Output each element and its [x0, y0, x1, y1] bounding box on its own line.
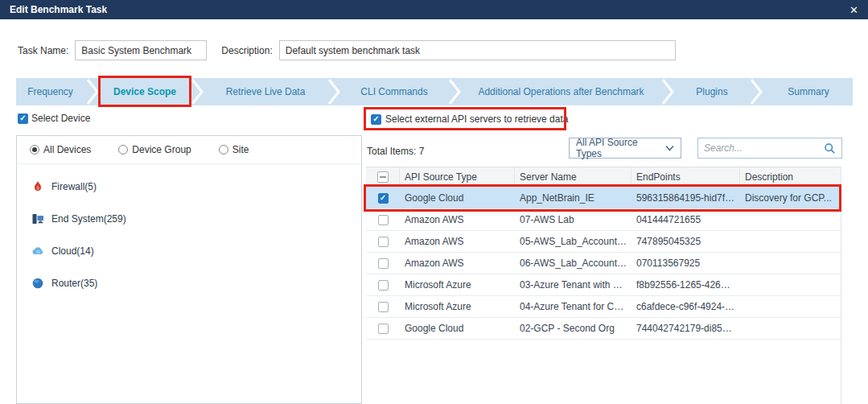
search-box — [697, 138, 842, 159]
task-form-row: Task Name: Description: — [18, 40, 676, 60]
chevron-separator-icon — [326, 78, 342, 105]
api-server-table: API Source Type Server Name EndPoints De… — [366, 167, 841, 404]
select-api-servers-label: Select external API servers to retrieve … — [385, 113, 568, 125]
dropdown-selected-value: All API Source Types — [576, 137, 665, 159]
column-header-server-name[interactable]: Server Name — [515, 167, 631, 187]
table-row[interactable]: Amazon AWS 07-AWS Lab 041444721655 — [366, 209, 841, 231]
cell-server-name: 06-AWS_Lab_Account_07... — [515, 258, 631, 269]
device-type-label: Firewall(5) — [51, 181, 97, 192]
device-type-firewall[interactable]: Firewall(5) — [31, 180, 347, 193]
cell-endpoints: 070113567925 — [631, 258, 740, 269]
table-row[interactable]: Microsoft Azure 03-Azure Tenant with Tw.… — [366, 274, 841, 296]
row-checkbox[interactable] — [378, 215, 389, 225]
cell-server-name: App_NetBrain_IE — [515, 192, 631, 204]
device-type-label: Router(35) — [51, 278, 97, 289]
cell-server-name: 02-GCP - Second Org — [515, 323, 631, 334]
table-row[interactable]: Amazon AWS 05-AWS_Lab_Account_74... 7478… — [366, 231, 841, 253]
table-row[interactable]: Microsoft Azure 04-Azure Tenant for Cro.… — [366, 296, 841, 318]
device-type-list: Firewall(5) End System(259) Cloud(14) — [17, 164, 361, 325]
radio-all-devices[interactable]: All Devices — [30, 144, 91, 155]
cell-api-source-type: Amazon AWS — [400, 214, 515, 225]
end-system-icon — [31, 212, 44, 225]
cell-api-source-type: Google Cloud — [400, 323, 515, 334]
cell-api-source-type: Google Cloud — [400, 192, 515, 204]
dialog-title: Edit Benchmark Task — [10, 4, 107, 15]
device-scope-panel: All Devices Device Group Site Firewall(5… — [16, 135, 362, 404]
task-name-label: Task Name: — [18, 45, 68, 56]
device-type-cloud[interactable]: Cloud(14) — [31, 245, 347, 258]
cell-endpoints: 041444721655 — [631, 214, 740, 225]
header-checkbox-cell — [366, 167, 400, 187]
device-type-label: Cloud(14) — [51, 245, 94, 257]
search-input[interactable] — [704, 142, 824, 154]
column-header-api-source-type[interactable]: API Source Type — [400, 167, 515, 187]
radio-icon — [30, 145, 39, 155]
radio-icon — [118, 145, 128, 155]
cell-endpoints: 744042742179-di8563hg... — [631, 323, 740, 334]
device-type-router[interactable]: Router(35) — [31, 277, 347, 290]
radio-label: All Devices — [43, 144, 91, 155]
device-filter-radio-row: All Devices Device Group Site — [17, 136, 361, 164]
radio-label: Site — [232, 144, 249, 155]
tab-summary[interactable]: Summary — [764, 78, 853, 105]
table-header-row: API Source Type Server Name EndPoints De… — [366, 167, 841, 188]
cell-api-source-type: Amazon AWS — [400, 258, 515, 269]
select-all-checkbox[interactable] — [377, 171, 389, 183]
row-checkbox[interactable] — [378, 302, 389, 312]
tab-additional-operations[interactable]: Additional Operations after Benchmark — [463, 78, 660, 105]
cell-description: Discovery for GCP... — [740, 192, 841, 204]
column-header-endpoints[interactable]: EndPoints — [631, 167, 740, 187]
select-api-servers-checkbox[interactable] — [371, 114, 381, 125]
cell-server-name: 03-Azure Tenant with Tw... — [515, 279, 631, 291]
tab-cli-commands[interactable]: CLI Commands — [342, 78, 446, 105]
description-label: Description: — [221, 45, 272, 56]
radio-site[interactable]: Site — [219, 144, 249, 155]
radio-device-group[interactable]: Device Group — [118, 144, 191, 155]
row-checkbox[interactable] — [378, 237, 389, 247]
search-icon[interactable] — [824, 142, 836, 155]
wizard-tab-strip: Frequency Device Scope Retrieve Live Dat… — [16, 78, 853, 105]
cloud-icon — [31, 245, 44, 258]
row-checkbox[interactable] — [378, 324, 389, 334]
tab-frequency[interactable]: Frequency — [16, 78, 84, 105]
task-name-input[interactable] — [75, 40, 207, 60]
select-device-row: Select Device — [18, 113, 90, 124]
cell-endpoints: c6afdece-c96f-4924-82b... — [631, 301, 740, 312]
cell-server-name: 04-Azure Tenant for Cro... — [515, 301, 631, 312]
edit-benchmark-task-dialog: Edit Benchmark Task ✕ Task Name: Descrip… — [0, 0, 868, 404]
description-input[interactable] — [279, 40, 676, 60]
api-source-type-dropdown[interactable]: All API Source Types — [569, 138, 681, 159]
cell-endpoints: 596315864195-hid7fehc... — [631, 192, 740, 204]
select-device-checkbox[interactable] — [18, 113, 28, 124]
chevron-separator-icon — [748, 78, 764, 105]
cell-server-name: 05-AWS_Lab_Account_74... — [515, 236, 631, 247]
tab-plugins[interactable]: Plugins — [676, 78, 748, 105]
device-type-end-system[interactable]: End System(259) — [31, 212, 347, 225]
chevron-separator-icon — [189, 78, 205, 105]
radio-label: Device Group — [132, 144, 191, 155]
chevron-separator-icon — [660, 78, 676, 105]
cell-api-source-type: Microsoft Azure — [400, 301, 515, 312]
chevron-separator-icon — [84, 78, 101, 105]
table-row[interactable]: Amazon AWS 06-AWS_Lab_Account_07... 0701… — [366, 253, 841, 274]
chevron-separator-icon — [446, 78, 463, 105]
row-checkbox[interactable] — [378, 193, 389, 204]
select-device-label: Select Device — [31, 113, 90, 124]
close-icon[interactable]: ✕ — [849, 5, 858, 15]
row-checkbox[interactable] — [378, 280, 389, 291]
row-checkbox[interactable] — [378, 258, 389, 269]
tab-device-scope[interactable]: Device Scope — [101, 78, 189, 105]
cell-endpoints: f8b92556-1265-426e-be... — [631, 279, 740, 291]
firewall-icon — [31, 180, 44, 193]
cell-server-name: 07-AWS Lab — [515, 214, 631, 225]
column-header-description[interactable]: Description — [740, 167, 841, 187]
router-icon — [31, 277, 44, 290]
cell-endpoints: 747895045325 — [631, 236, 740, 247]
tab-retrieve-live-data[interactable]: Retrieve Live Data — [205, 78, 326, 105]
dialog-titlebar: Edit Benchmark Task ✕ — [0, 0, 868, 19]
total-items-label: Total Items: 7 — [367, 146, 424, 157]
table-row[interactable]: Google Cloud App_NetBrain_IE 59631586419… — [366, 188, 841, 209]
table-row[interactable]: Google Cloud 02-GCP - Second Org 7440427… — [366, 318, 841, 340]
device-type-label: End System(259) — [51, 213, 126, 225]
cell-api-source-type: Microsoft Azure — [400, 279, 515, 291]
